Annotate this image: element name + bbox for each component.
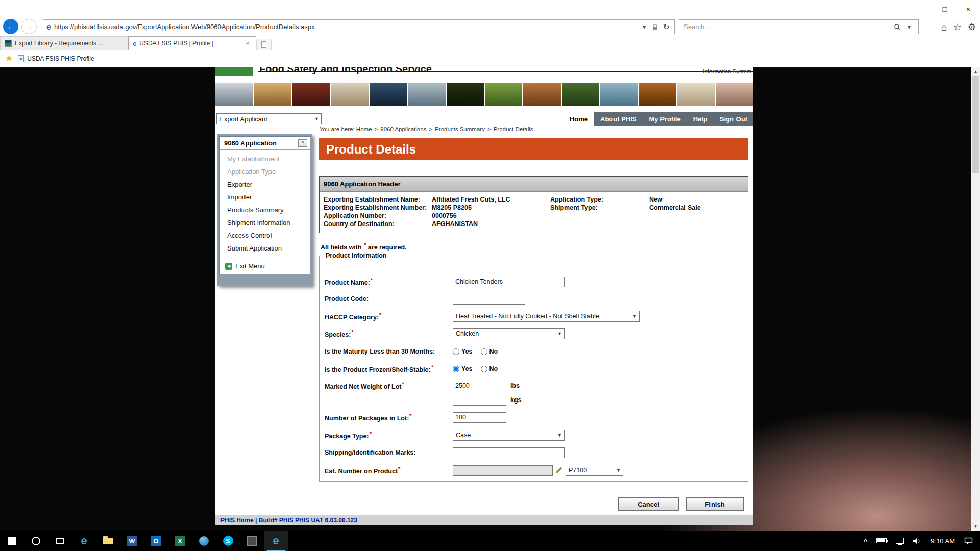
breadcrumb-9060-applications[interactable]: 9060 Applications xyxy=(380,126,426,132)
scrollbar-thumb[interactable] xyxy=(972,76,979,173)
net-weight-lbs-input[interactable] xyxy=(453,381,506,391)
nav-help[interactable]: Help xyxy=(687,112,714,126)
maturity-yes-option[interactable]: Yes xyxy=(453,348,473,355)
search-icon[interactable] xyxy=(894,23,901,31)
role-select[interactable]: Export Applicant ▼ xyxy=(216,113,322,124)
ie-taskbar-button[interactable]: e xyxy=(264,531,288,551)
page-title: Product Details xyxy=(319,138,748,160)
breadcrumb-home[interactable]: Home xyxy=(356,126,372,132)
favorites-icon[interactable]: ☆ xyxy=(953,22,962,32)
nav-sign-out[interactable]: Sign Out xyxy=(714,112,753,126)
new-tab-button[interactable] xyxy=(256,39,272,50)
net-weight-kgs-input[interactable] xyxy=(453,395,506,406)
speaker-icon[interactable] xyxy=(913,538,921,544)
product-code-input[interactable] xyxy=(453,294,525,305)
sidebar-item-products-summary[interactable]: Products Summary xyxy=(220,204,310,216)
application-header-body: Exporting Establishment Name:Affiliated … xyxy=(320,192,748,233)
packages-row: Number of Packages in Lot:* xyxy=(325,412,743,423)
cancel-button[interactable]: Cancel xyxy=(618,497,679,511)
nav-about-phis[interactable]: About PHIS xyxy=(594,112,643,126)
exit-menu-label: Exit Menu xyxy=(235,262,265,270)
task-view-button[interactable] xyxy=(48,531,72,551)
app-window-icon xyxy=(247,536,257,546)
est-number-select[interactable]: P7100 ▼ xyxy=(566,465,623,476)
nav-my-profile[interactable]: My Profile xyxy=(643,112,687,126)
edge-taskbar-button[interactable]: e xyxy=(72,531,96,551)
system-tray: ^ 9:10 AM xyxy=(864,537,980,545)
frozen-yes-option[interactable]: Yes xyxy=(453,365,473,372)
frozen-no-radio[interactable] xyxy=(481,366,487,372)
shipping-marks-input[interactable] xyxy=(453,447,565,458)
word-button[interactable]: W xyxy=(120,531,144,551)
package-type-select[interactable]: Case ▼ xyxy=(453,430,565,441)
home-icon[interactable]: ⌂ xyxy=(941,22,947,32)
cortana-search-button[interactable] xyxy=(24,531,48,551)
sidebar-item-access-control[interactable]: Access Control xyxy=(220,229,310,242)
radio-label: No xyxy=(489,365,498,372)
browser-tab-phis-active[interactable]: e USDA FSIS PHIS | Profile | × xyxy=(128,36,256,50)
finish-button[interactable]: Finish xyxy=(686,497,744,511)
address-bar[interactable]: e https://phisuat.fsis.usda.gov/ExportAp… xyxy=(43,19,675,34)
browser-tab-export-library[interactable]: Export Library - Requirements ... xyxy=(0,36,128,50)
refresh-button[interactable]: ↻ xyxy=(661,22,671,32)
search-dropdown-icon[interactable]: ▾ xyxy=(904,23,914,31)
required-asterisk: * xyxy=(379,312,381,318)
search-input[interactable] xyxy=(683,23,891,31)
browser-back-button[interactable]: ← xyxy=(3,19,18,34)
url-text[interactable]: https://phisuat.fsis.usda.gov/ExportAppl… xyxy=(54,23,636,31)
add-favorite-icon[interactable]: ★ xyxy=(5,53,13,64)
excel-button[interactable]: X xyxy=(168,531,192,551)
phis-home-link[interactable]: PHIS Home xyxy=(220,517,254,524)
close-button[interactable]: × xyxy=(957,0,980,17)
minimize-button[interactable]: – xyxy=(910,0,933,17)
frozen-row: Is the Product Frozen/Shelf-Stable:* Yes… xyxy=(325,363,743,374)
file-explorer-button[interactable] xyxy=(96,531,120,551)
nav-home[interactable]: Home xyxy=(564,112,594,126)
start-button[interactable] xyxy=(0,531,24,551)
maturity-yes-radio[interactable] xyxy=(453,348,459,355)
favorite-page-icon: e xyxy=(18,55,24,62)
maturity-no-option[interactable]: No xyxy=(481,348,498,355)
globe-app-button[interactable] xyxy=(192,531,216,551)
sidebar-item-submit-application[interactable]: Submit Application xyxy=(220,242,310,255)
tab-close-icon[interactable]: × xyxy=(243,40,252,46)
frozen-yes-radio[interactable] xyxy=(453,366,459,372)
breadcrumb-separator: > xyxy=(375,126,378,132)
monitor-icon[interactable] xyxy=(896,538,904,544)
haccp-category-select[interactable]: Heat Treated - Not Fully Cooked - Not Sh… xyxy=(453,311,640,322)
breadcrumb-products-summary[interactable]: Products Summary xyxy=(435,126,485,132)
sidebar-panel: 9060 Application ^ My Establishment Appl… xyxy=(219,136,310,274)
battery-icon[interactable] xyxy=(876,538,887,543)
frozen-no-option[interactable]: No xyxy=(481,365,498,372)
browser-forward-button[interactable]: → xyxy=(21,19,37,34)
hidden-icons-chevron[interactable]: ^ xyxy=(864,537,868,545)
exit-menu-button[interactable]: Exit Menu xyxy=(220,258,310,274)
skype-button[interactable]: S xyxy=(216,531,240,551)
url-dropdown-icon[interactable]: ▾ xyxy=(639,23,649,31)
scroll-up-icon[interactable]: ▲ xyxy=(971,67,980,76)
favorites-bar-item[interactable]: e USDA FSIS PHIS Profile xyxy=(18,55,94,62)
scroll-down-icon[interactable]: ▼ xyxy=(971,522,980,531)
packages-input[interactable] xyxy=(453,412,506,423)
sidebar-item-exporter[interactable]: Exporter xyxy=(220,178,310,191)
browser-tabs: Export Library - Requirements ... e USDA… xyxy=(0,36,980,50)
app-button[interactable] xyxy=(240,531,264,551)
settings-gear-icon[interactable]: ⚙ xyxy=(968,22,976,32)
field-label: Application Type: xyxy=(550,195,649,204)
maximize-button[interactable]: □ xyxy=(933,0,957,17)
species-select[interactable]: Chicken ▼ xyxy=(453,328,565,339)
maturity-no-radio[interactable] xyxy=(481,348,487,355)
collapse-chevron-icon[interactable]: ^ xyxy=(298,139,307,147)
maturity-row: Is the Maturity Less than 30 Months: Yes… xyxy=(325,346,743,357)
select-value: Chicken xyxy=(456,330,479,337)
taskbar-clock[interactable]: 9:10 AM xyxy=(930,537,955,545)
vertical-scrollbar[interactable]: ▲ ▼ xyxy=(971,67,980,531)
product-name-input[interactable] xyxy=(453,277,565,287)
edit-pencil-icon[interactable] xyxy=(555,467,562,474)
browser-titlebar: – □ × xyxy=(0,0,980,17)
sidebar-item-importer[interactable]: Importer xyxy=(220,191,310,204)
outlook-button[interactable]: O xyxy=(144,531,168,551)
sidebar-item-shipment-information[interactable]: Shipment Information xyxy=(220,216,310,229)
required-asterisk: * xyxy=(409,413,411,419)
action-center-icon[interactable] xyxy=(964,537,973,544)
